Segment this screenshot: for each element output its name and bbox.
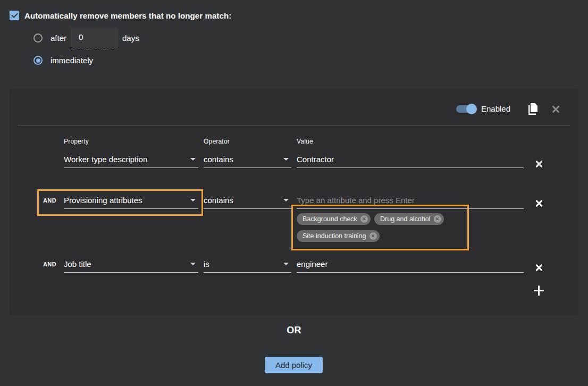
policy-card: Enabled Property Operator Value Worker t… [10, 89, 578, 315]
chevron-down-icon [190, 199, 196, 202]
add-condition-button[interactable] [534, 286, 544, 296]
header-divider [18, 125, 570, 125]
or-separator-label: OR [0, 325, 588, 336]
remove-chip-icon[interactable]: ✕ [434, 215, 441, 223]
chevron-down-icon [190, 263, 196, 265]
delete-condition-button[interactable] [535, 199, 543, 207]
enabled-toggle[interactable] [456, 105, 476, 113]
property-dropdown[interactable]: Provisioning attributes [64, 192, 198, 209]
value-input[interactable] [297, 259, 524, 268]
property-dropdown[interactable]: Worker type description [64, 151, 198, 168]
attribute-chip: Site induction training ✕ [297, 230, 380, 242]
chevron-down-icon [283, 158, 289, 161]
membership-policy-screen: Automatically remove members that no lon… [0, 0, 588, 386]
value-input[interactable] [297, 155, 524, 164]
attribute-value-field [297, 192, 524, 209]
property-dropdown[interactable]: Job title [64, 256, 198, 273]
remove-chip-icon[interactable]: ✕ [369, 232, 377, 240]
attribute-input[interactable] [297, 196, 524, 205]
operator-dropdown[interactable]: contains [204, 192, 291, 209]
days-input[interactable] [71, 27, 118, 47]
column-header-value: Value [297, 138, 313, 145]
days-label: days [122, 33, 139, 43]
close-policy-button[interactable] [551, 105, 560, 114]
operator-dropdown[interactable]: contains [204, 151, 291, 168]
chevron-down-icon [283, 263, 289, 265]
column-header-property: Property [64, 138, 89, 145]
conjunction-label: AND [43, 261, 56, 267]
chevron-down-icon [283, 199, 289, 202]
delete-condition-button[interactable] [535, 160, 543, 168]
remove-chip-icon[interactable]: ✕ [360, 215, 368, 223]
value-field [297, 151, 524, 168]
auto-remove-label: Automatically remove members that no lon… [24, 11, 231, 20]
add-policy-button[interactable]: Add policy [265, 357, 323, 373]
radio-dot [36, 58, 40, 63]
after-label: after [51, 33, 66, 43]
attribute-chip: Background check ✕ [297, 213, 371, 225]
conjunction-label: AND [43, 197, 56, 204]
after-radio[interactable] [33, 33, 43, 43]
chevron-down-icon [190, 158, 196, 161]
attribute-chip: Drug and alcohol ✕ [374, 213, 444, 225]
enabled-label: Enabled [481, 104, 510, 113]
immediately-label: immediately [51, 56, 93, 65]
toggle-knob [466, 104, 477, 114]
column-header-operator: Operator [204, 138, 230, 145]
operator-dropdown[interactable]: is [204, 256, 291, 273]
highlight-box-chips [291, 205, 469, 250]
copy-icon [526, 102, 539, 116]
delete-condition-button[interactable] [535, 263, 543, 272]
duplicate-policy-button[interactable] [526, 102, 540, 117]
check-icon [11, 11, 18, 18]
immediately-radio[interactable] [33, 56, 43, 65]
auto-remove-checkbox[interactable] [10, 11, 19, 20]
value-field [297, 256, 524, 273]
